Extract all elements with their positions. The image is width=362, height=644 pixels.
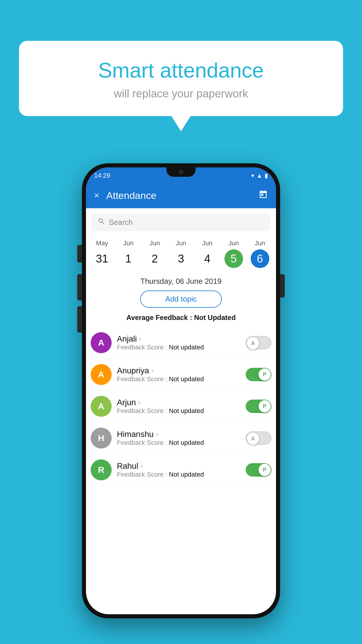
calendar-month-label: Jun (176, 239, 186, 247)
attendance-toggle[interactable]: P (246, 463, 271, 477)
search-placeholder: Search (109, 218, 133, 227)
calendar-month-label: Jun (123, 239, 133, 247)
calendar-day[interactable]: Jun5 (224, 239, 243, 268)
hero-subtitle: will replace your paperwork (31, 88, 331, 100)
chevron-right-icon: › (152, 367, 154, 374)
search-bar[interactable]: Search (92, 214, 270, 231)
app-title: Attendance (106, 190, 252, 201)
calendar-day[interactable]: Jun6 (251, 239, 269, 268)
calendar-month-label: Jun (255, 239, 265, 247)
wifi-icon: ▾ (251, 172, 254, 179)
calendar-strip: May31Jun1Jun2Jun3Jun4Jun5Jun6 (86, 237, 276, 274)
calendar-day-number: 3 (172, 249, 190, 268)
calendar-day-number: 4 (198, 249, 217, 268)
student-feedback: Feedback Score : Not updated (117, 471, 240, 478)
volume-down-button (77, 306, 82, 332)
selected-date: Thursday, 06 June 2019 (86, 277, 276, 286)
student-feedback: Feedback Score : Not updated (117, 407, 240, 415)
avatar: A (91, 364, 112, 385)
student-info: Rahul ›Feedback Score : Not updated (117, 461, 240, 478)
calendar-button[interactable] (259, 190, 268, 201)
calendar-day[interactable]: May31 (93, 239, 111, 268)
toggle-thumb: A (247, 337, 259, 349)
avg-feedback: Average Feedback : Not Updated (86, 314, 276, 322)
student-list: AAnjali ›Feedback Score : Not updatedAAA… (86, 327, 276, 486)
toggle-thumb: A (247, 433, 259, 445)
avatar: A (91, 396, 112, 417)
calendar-day[interactable]: Jun3 (172, 239, 190, 268)
chevron-right-icon: › (156, 430, 158, 438)
student-item[interactable]: AArjun ›Feedback Score : Not updatedP (91, 391, 271, 422)
phone-notch (166, 167, 196, 177)
calendar-month-label: May (96, 239, 108, 247)
attendance-toggle[interactable]: A (246, 336, 271, 349)
calendar-day[interactable]: Jun4 (198, 239, 217, 268)
phone-frame: 14:29 ▾ ▲ ▮ × Attendance S (82, 163, 280, 618)
student-feedback: Feedback Score : Not updated (117, 375, 240, 383)
student-info: Arjun ›Feedback Score : Not updated (117, 398, 240, 415)
volume-up-button (77, 274, 82, 300)
student-item[interactable]: AAnupriya ›Feedback Score : Not updatedP (91, 359, 271, 391)
calendar-day-number: 6 (251, 249, 269, 268)
chevron-right-icon: › (140, 462, 143, 470)
hero-title: Smart attendance (31, 58, 331, 82)
phone-screen: 14:29 ▾ ▲ ▮ × Attendance S (86, 167, 276, 614)
student-feedback: Feedback Score : Not updated (117, 439, 240, 447)
student-name: Anupriya › (117, 366, 240, 375)
avatar: H (91, 428, 112, 449)
chevron-right-icon: › (139, 335, 141, 343)
camera-dot (179, 170, 183, 174)
calendar-day[interactable]: Jun1 (119, 239, 138, 268)
mute-button (77, 245, 82, 262)
student-name: Rahul › (117, 461, 240, 471)
avatar: R (91, 459, 112, 480)
student-item[interactable]: RRahul ›Feedback Score : Not updatedP (91, 454, 271, 486)
add-topic-button[interactable]: Add topic (140, 290, 222, 308)
calendar-day-number: 5 (224, 249, 243, 268)
speech-bubble: Smart attendance will replace your paper… (19, 41, 343, 116)
hero-section: Smart attendance will replace your paper… (19, 41, 343, 116)
student-item[interactable]: HHimanshu ›Feedback Score : Not updatedA (91, 422, 271, 454)
calendar-month-label: Jun (229, 239, 239, 247)
app-bar: × Attendance (86, 183, 276, 208)
student-info: Anupriya ›Feedback Score : Not updated (117, 366, 240, 383)
calendar-day-number: 1 (119, 249, 138, 268)
search-icon (98, 218, 105, 227)
calendar-month-label: Jun (150, 239, 160, 247)
student-name: Arjun › (117, 398, 240, 407)
calendar-day[interactable]: Jun2 (145, 239, 164, 268)
status-icons: ▾ ▲ ▮ (251, 172, 268, 179)
avg-feedback-value: Not Updated (194, 314, 236, 321)
student-info: Anjali ›Feedback Score : Not updated (117, 334, 240, 351)
signal-icon: ▲ (256, 172, 262, 179)
student-item[interactable]: AAnjali ›Feedback Score : Not updatedA (91, 327, 271, 359)
student-name: Anjali › (117, 334, 240, 344)
attendance-toggle[interactable]: P (246, 368, 271, 381)
toggle-thumb: P (259, 464, 271, 476)
avg-feedback-label: Average Feedback : (126, 314, 194, 321)
student-name: Himanshu › (117, 430, 240, 439)
close-button[interactable]: × (94, 190, 99, 200)
chevron-right-icon: › (138, 399, 140, 406)
power-button (280, 274, 285, 298)
toggle-thumb: P (259, 368, 271, 381)
toggle-thumb: P (259, 400, 271, 412)
student-feedback: Feedback Score : Not updated (117, 344, 240, 351)
attendance-toggle[interactable]: P (246, 400, 271, 413)
calendar-day-number: 2 (145, 249, 164, 268)
status-time: 14:29 (94, 172, 110, 179)
attendance-toggle[interactable]: A (246, 431, 271, 445)
calendar-month-label: Jun (202, 239, 212, 247)
battery-icon: ▮ (265, 172, 268, 179)
avatar: A (91, 332, 112, 353)
calendar-day-number: 31 (93, 249, 111, 268)
student-info: Himanshu ›Feedback Score : Not updated (117, 430, 240, 447)
